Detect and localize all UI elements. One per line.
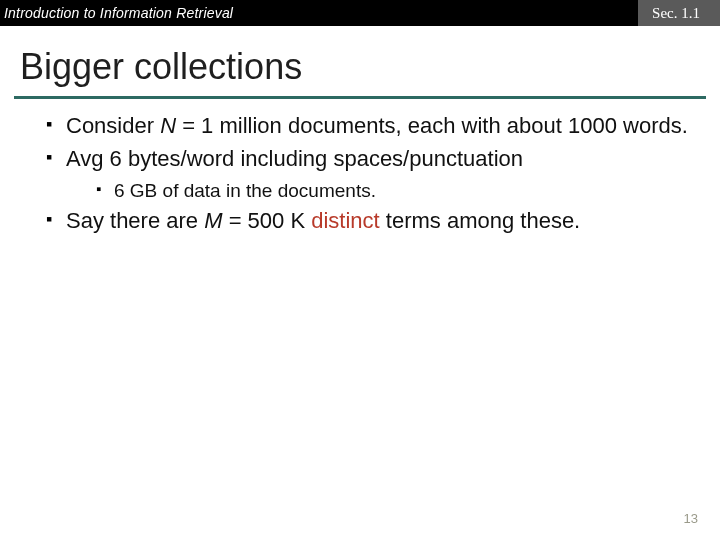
bullet-3-pre: Say there are xyxy=(66,208,204,233)
bullet-1-post: = 1 million documents, each with about 1… xyxy=(176,113,688,138)
bullet-2-sublist: 6 GB of data in the documents. xyxy=(66,179,692,202)
bullet-1: Consider N = 1 million documents, each w… xyxy=(46,113,692,140)
bullet-3-mid: = 500 K xyxy=(223,208,312,233)
bullet-2-sub-text: 6 GB of data in the documents. xyxy=(114,180,376,201)
bullet-1-var: N xyxy=(160,113,176,138)
header-bar: Introduction to Information Retrieval Se… xyxy=(0,0,720,26)
bullet-3: Say there are M = 500 K distinct terms a… xyxy=(46,208,692,235)
bullet-2: Avg 6 bytes/word including spaces/punctu… xyxy=(46,146,692,202)
bullet-3-var: M xyxy=(204,208,222,233)
bullet-3-em: distinct xyxy=(311,208,379,233)
bullet-2-sub: 6 GB of data in the documents. xyxy=(96,179,692,202)
bullet-list: Consider N = 1 million documents, each w… xyxy=(28,113,692,235)
bullet-1-pre: Consider xyxy=(66,113,160,138)
bullet-3-post: terms among these. xyxy=(380,208,581,233)
slide-content: Consider N = 1 million documents, each w… xyxy=(0,99,720,235)
slide-title: Bigger collections xyxy=(0,26,720,96)
header-section: Sec. 1.1 xyxy=(638,0,720,26)
header-left: Introduction to Information Retrieval xyxy=(0,5,233,21)
bullet-2-text: Avg 6 bytes/word including spaces/punctu… xyxy=(66,146,523,171)
page-number: 13 xyxy=(684,511,698,526)
